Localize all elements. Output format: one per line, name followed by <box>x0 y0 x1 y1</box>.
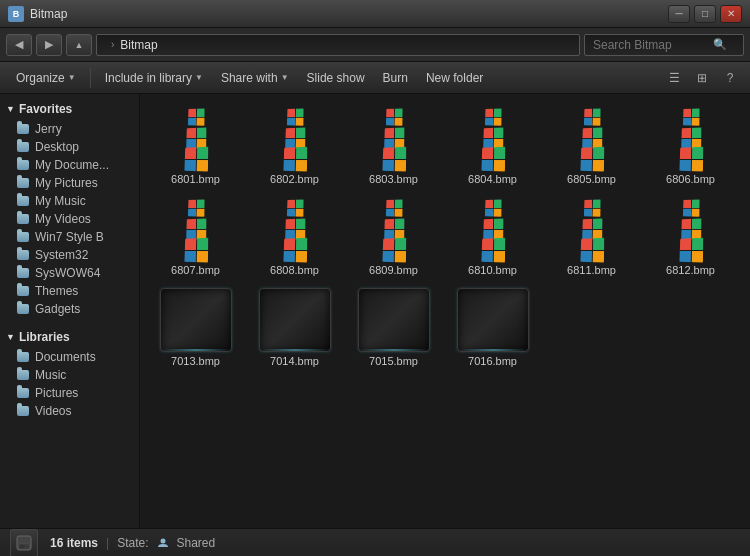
file-thumbnail <box>160 288 232 352</box>
view-list-button[interactable]: ☰ <box>662 67 686 89</box>
status-count: 16 items <box>50 536 98 550</box>
file-item[interactable]: 6810.bmp <box>445 193 540 280</box>
up-button[interactable]: ▲ <box>66 34 92 56</box>
file-label: 7014.bmp <box>250 355 340 367</box>
mypictures-icon <box>16 176 30 190</box>
view-details-button[interactable]: ⊞ <box>690 67 714 89</box>
sidebar-item-videos[interactable]: Videos <box>0 402 139 420</box>
file-thumbnail <box>259 288 331 352</box>
status-state-label: State: <box>117 536 148 550</box>
file-thumbnail <box>358 288 430 352</box>
sidebar-item-jerry[interactable]: Jerry <box>0 120 139 138</box>
file-item[interactable]: 6812.bmp <box>643 193 738 280</box>
svg-point-3 <box>160 538 165 543</box>
files-grid: 6801.bmp <box>148 102 742 371</box>
file-item[interactable]: 7016.bmp <box>445 284 540 371</box>
sidebar-item-music[interactable]: Music <box>0 366 139 384</box>
new-folder-button[interactable]: New folder <box>418 66 491 90</box>
include-library-button[interactable]: Include in library ▼ <box>97 66 211 90</box>
address-box[interactable]: › Bitmap <box>96 34 580 56</box>
share-with-button[interactable]: Share with ▼ <box>213 66 297 90</box>
search-box[interactable]: 🔍 <box>584 34 744 56</box>
burn-button[interactable]: Burn <box>375 66 416 90</box>
favorites-header[interactable]: ▼ Favorites <box>0 98 139 120</box>
libraries-header[interactable]: ▼ Libraries <box>0 326 139 348</box>
sidebar-item-documents[interactable]: Documents <box>0 348 139 366</box>
file-label: 7016.bmp <box>448 355 538 367</box>
sidebar-item-pictures[interactable]: Pictures <box>0 384 139 402</box>
sidebar-item-themes[interactable]: Themes <box>0 282 139 300</box>
file-item[interactable]: 6803.bmp <box>346 102 441 189</box>
search-input[interactable] <box>593 38 713 52</box>
status-bar: 16 items | State: Shared <box>0 528 750 556</box>
address-path: Bitmap <box>120 38 157 52</box>
window-icon: B <box>8 6 24 22</box>
sidebar-item-mymusic[interactable]: My Music <box>0 192 139 210</box>
file-label: 6810.bmp <box>448 264 538 276</box>
sidebar-item-syswow64[interactable]: SysWOW64 <box>0 264 139 282</box>
file-thumbnail <box>659 106 723 170</box>
file-item[interactable]: 7013.bmp <box>148 284 243 371</box>
address-bar: ◀ ▶ ▲ › Bitmap 🔍 <box>0 28 750 62</box>
documents-lib-icon <box>16 350 30 364</box>
status-separator: | <box>106 536 109 550</box>
file-item[interactable]: 6801.bmp <box>148 102 243 189</box>
myvideos-icon <box>16 212 30 226</box>
sidebar-item-gadgets[interactable]: Gadgets <box>0 300 139 318</box>
back-button[interactable]: ◀ <box>6 34 32 56</box>
file-thumbnail <box>560 106 624 170</box>
file-thumbnail <box>263 106 327 170</box>
shared-icon <box>157 537 169 549</box>
file-label: 6811.bmp <box>547 264 637 276</box>
window-title: Bitmap <box>30 7 668 21</box>
title-bar: B Bitmap ─ □ ✕ <box>0 0 750 28</box>
file-thumbnail <box>659 197 723 261</box>
file-item[interactable]: 6807.bmp <box>148 193 243 280</box>
file-item[interactable]: 6804.bmp <box>445 102 540 189</box>
music-lib-icon <box>16 368 30 382</box>
jerry-icon <box>16 122 30 136</box>
file-label: 6805.bmp <box>547 173 637 185</box>
file-label: 6808.bmp <box>250 264 340 276</box>
sidebar: ▼ Favorites Jerry Desktop My Docume... M… <box>0 94 140 528</box>
sidebar-item-desktop[interactable]: Desktop <box>0 138 139 156</box>
win7style-icon <box>16 230 30 244</box>
file-label: 6806.bmp <box>646 173 736 185</box>
file-item[interactable]: 6809.bmp <box>346 193 441 280</box>
sidebar-item-mypictures[interactable]: My Pictures <box>0 174 139 192</box>
close-button[interactable]: ✕ <box>720 5 742 23</box>
file-label: 7013.bmp <box>151 355 241 367</box>
toolbar-separator-1 <box>90 68 91 88</box>
file-item[interactable]: 6808.bmp <box>247 193 342 280</box>
toolbar-right: ☰ ⊞ ? <box>662 67 742 89</box>
file-item[interactable]: 6806.bmp <box>643 102 738 189</box>
status-shared-label: Shared <box>177 536 216 550</box>
syswow64-icon <box>16 266 30 280</box>
file-item[interactable]: 7014.bmp <box>247 284 342 371</box>
file-label: 6809.bmp <box>349 264 439 276</box>
include-arrow: ▼ <box>195 73 203 82</box>
libraries-chevron: ▼ <box>6 332 15 342</box>
help-button[interactable]: ? <box>718 67 742 89</box>
file-label: 6801.bmp <box>151 173 241 185</box>
file-item[interactable]: 6802.bmp <box>247 102 342 189</box>
maximize-button[interactable]: □ <box>694 5 716 23</box>
file-label: 6807.bmp <box>151 264 241 276</box>
desktop-icon <box>16 140 30 154</box>
sidebar-item-win7style[interactable]: Win7 Style B <box>0 228 139 246</box>
videos-lib-icon <box>16 404 30 418</box>
sidebar-item-system32[interactable]: System32 <box>0 246 139 264</box>
file-item[interactable]: 6811.bmp <box>544 193 639 280</box>
file-label: 6812.bmp <box>646 264 736 276</box>
organize-button[interactable]: Organize ▼ <box>8 66 84 90</box>
sidebar-item-myvideos[interactable]: My Videos <box>0 210 139 228</box>
favorites-chevron: ▼ <box>6 104 15 114</box>
sidebar-item-mydocuments[interactable]: My Docume... <box>0 156 139 174</box>
forward-button[interactable]: ▶ <box>36 34 62 56</box>
file-label: 6804.bmp <box>448 173 538 185</box>
slide-show-button[interactable]: Slide show <box>299 66 373 90</box>
file-item[interactable]: 6805.bmp <box>544 102 639 189</box>
minimize-button[interactable]: ─ <box>668 5 690 23</box>
file-item[interactable]: 7015.bmp <box>346 284 441 371</box>
toolbar: Organize ▼ Include in library ▼ Share wi… <box>0 62 750 94</box>
